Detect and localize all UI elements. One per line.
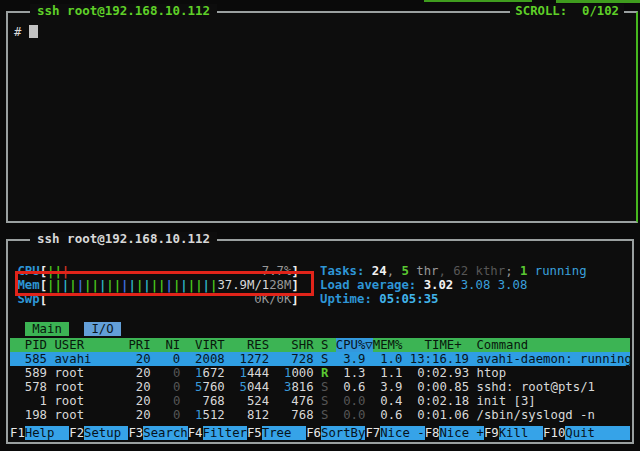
text-segment: 812 768 <box>225 408 321 422</box>
fkey-filter[interactable]: F4Filter <box>188 426 247 440</box>
fkey-tree[interactable]: F5Tree <box>247 426 306 440</box>
fkey-setup[interactable]: F2Setup <box>69 426 128 440</box>
fkey-number: F9 <box>484 426 499 440</box>
text-segment: 589 root 20 <box>10 366 151 380</box>
text-segment: 3.08 <box>498 278 528 292</box>
text-segment: 05:05:35 <box>379 292 438 306</box>
fkey-label: Kill <box>499 426 543 440</box>
fkey-label: Search <box>143 426 187 440</box>
annotation-highlight-box <box>15 271 314 296</box>
table-row[interactable]: 589 root 20 0 1672 1444 1000 R 1.3 1.1 0… <box>10 366 630 380</box>
table-row[interactable]: 198 root 20 0 1512 812 768 S 0.0 0.6 0:0… <box>10 408 630 422</box>
fkey-label: Setup <box>84 426 128 440</box>
fkey-help[interactable]: F1Help <box>10 426 69 440</box>
terminal-screen: ssh root@192.168.10.112 SCROLL: 0/102 # … <box>0 0 640 451</box>
fkey-number: F7 <box>365 426 380 440</box>
text-segment <box>314 366 321 380</box>
shell-prompt: # <box>14 25 29 39</box>
text-segment: 768 524 476 <box>180 394 321 408</box>
text-segment: 816 <box>291 380 313 394</box>
fkey-number: F5 <box>247 426 262 440</box>
text-segment: 0.0 <box>328 394 365 408</box>
fkey-quit[interactable]: F10Quit <box>543 426 630 440</box>
text-segment: Load average: <box>320 278 424 292</box>
screen-tabs: Main I/O <box>10 322 630 336</box>
text-segment: 1 <box>195 408 202 422</box>
text-segment: 0 <box>151 408 181 422</box>
fkey-number: F1 <box>10 426 25 440</box>
fkey-label: Quit <box>565 426 630 440</box>
text-segment: 585 avahi 20 0 2008 1272 728 S 3.9 1.0 1… <box>10 352 632 366</box>
text-segment <box>225 366 240 380</box>
video-artifact-line <box>556 0 640 3</box>
text-segment <box>269 380 284 394</box>
tab-main[interactable]: Main <box>25 322 69 336</box>
text-segment: 1 <box>195 366 202 380</box>
tab-io[interactable]: I/O <box>84 322 121 336</box>
fkey-label: Help <box>25 426 69 440</box>
text-segment: 444 <box>247 366 269 380</box>
text-segment: 5 <box>195 380 202 394</box>
text-segment: , <box>438 264 453 278</box>
text-segment: PID USER PRI NI VIRT RES SHR S <box>10 338 336 352</box>
fkey-nice-[interactable]: F7Nice - <box>365 426 424 440</box>
text-segment: 0 <box>151 394 181 408</box>
fkey-label: Nice + <box>439 426 483 440</box>
fkey-nice-[interactable]: F8Nice + <box>425 426 484 440</box>
pane-title: ssh root@192.168.10.112 <box>30 232 217 246</box>
text-segment: 044 <box>247 380 269 394</box>
text-segment: 760 <box>203 380 225 394</box>
fkey-number: F10 <box>543 426 565 440</box>
fkey-number: F6 <box>306 426 321 440</box>
process-table-header[interactable]: PID USER PRI NI VIRT RES SHR S CPU%▽MEM%… <box>10 338 630 352</box>
fkey-label: SortBy <box>321 426 365 440</box>
text-segment: 3.08 <box>461 278 498 292</box>
table-row[interactable]: 1 root 20 0 768 524 476 S 0.0 0.4 0:02.1… <box>10 394 630 408</box>
fkey-label: Tree <box>262 426 306 440</box>
table-row[interactable]: 585 avahi 20 0 2008 1272 728 S 3.9 1.0 1… <box>10 352 630 366</box>
text-segment <box>269 366 284 380</box>
text-segment: 0 <box>151 380 181 394</box>
text-segment: 3.02 <box>424 278 461 292</box>
fkey-number: F3 <box>128 426 143 440</box>
text-segment: 5 <box>401 264 408 278</box>
text-segment: 0.0 <box>328 408 365 422</box>
table-row[interactable]: 578 root 20 0 5760 5044 3816 S 0.6 3.9 0… <box>10 380 630 394</box>
text-segment: 578 root 20 <box>10 380 151 394</box>
terminal-pane-htop[interactable]: ssh root@192.168.10.112 CPU[||| 7.7%] Me… <box>6 239 634 444</box>
scroll-indicator: SCROLL: 0/102 <box>510 4 624 18</box>
text-segment: Tasks: <box>320 264 372 278</box>
text-segment: 0.6 0:01.06 /sbin/syslogd -n <box>365 408 595 422</box>
text-segment <box>10 322 25 336</box>
text-segment: , <box>387 264 402 278</box>
text-segment: running <box>527 264 586 278</box>
fkey-number: F4 <box>188 426 203 440</box>
text-segment: 1.3 1.1 0:02.93 htop <box>328 366 506 380</box>
text-segment <box>314 380 321 394</box>
text-segment: 0 <box>151 366 181 380</box>
text-segment <box>69 322 84 336</box>
text-cursor <box>29 25 38 38</box>
fkey-label: Filter <box>203 426 247 440</box>
function-key-bar: F1Help F2Setup F3SearchF4FilterF5Tree F6… <box>10 426 630 440</box>
fkey-search[interactable]: F3Search <box>128 426 187 440</box>
terminal-pane-shell[interactable]: ssh root@192.168.10.112 SCROLL: 0/102 # <box>6 11 638 223</box>
text-segment: ; <box>505 264 520 278</box>
sort-column-cpu[interactable]: CPU%▽ <box>336 338 373 352</box>
text-segment: 24 <box>372 264 387 278</box>
fkey-kill[interactable]: F9Kill <box>484 426 543 440</box>
text-segment <box>180 366 195 380</box>
text-segment: Uptime: <box>320 292 379 306</box>
tasks-summary: Tasks: 24, 5 thr, 62 kthr; 1 running <box>320 264 630 278</box>
text-segment: thr <box>409 264 439 278</box>
text-segment: 5 <box>240 380 247 394</box>
text-segment: 000 <box>291 366 313 380</box>
fkey-sortby[interactable]: F6SortBy <box>306 426 365 440</box>
fkey-label: Nice - <box>380 426 424 440</box>
text-segment: 512 <box>203 408 225 422</box>
text-segment: 1 <box>240 366 247 380</box>
text-segment: 672 <box>203 366 225 380</box>
text-segment <box>225 380 240 394</box>
fkey-number: F2 <box>69 426 84 440</box>
load-average: Load average: 3.02 3.08 3.08 <box>320 278 630 292</box>
